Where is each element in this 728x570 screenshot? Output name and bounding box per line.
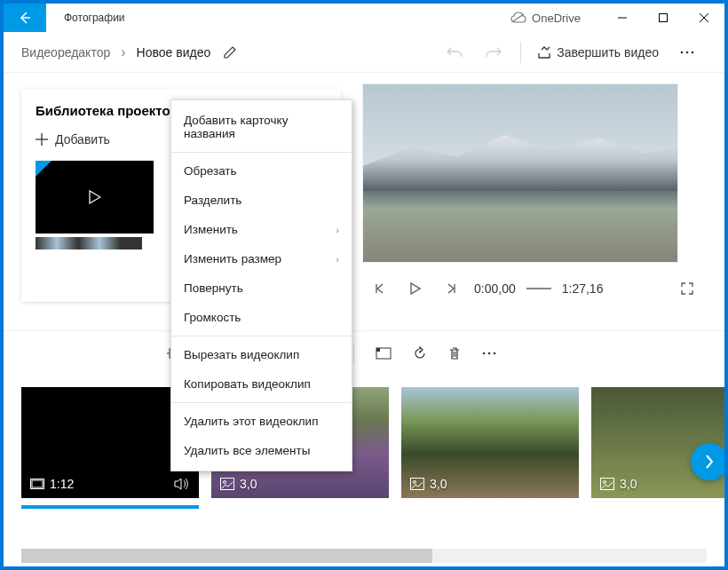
time-current: 0:00,00 xyxy=(469,281,521,296)
context-menu: Добавить карточку названия Обрезать Разд… xyxy=(170,99,352,471)
arrow-left-icon xyxy=(18,11,32,25)
close-icon xyxy=(700,13,708,22)
timeline[interactable]: 1:12 3,0 3,0 xyxy=(4,375,724,549)
svg-point-8 xyxy=(692,51,694,53)
menu-separator xyxy=(171,402,352,403)
clip-duration: 3,0 xyxy=(430,477,447,491)
svg-point-29 xyxy=(414,481,416,484)
play-button[interactable] xyxy=(398,272,433,305)
menu-delete-clip[interactable]: Удалить этот видеоклип xyxy=(171,407,352,436)
aspect-button[interactable] xyxy=(367,342,400,365)
menu-volume[interactable]: Громкость xyxy=(171,303,352,332)
scrollbar-thumb[interactable] xyxy=(21,549,432,563)
back-button[interactable] xyxy=(4,4,46,32)
svg-point-23 xyxy=(494,352,496,354)
preview-controls: 0:00,00 1:27,16 xyxy=(362,263,705,314)
rotate-icon xyxy=(413,346,427,360)
horizontal-scrollbar[interactable] xyxy=(21,549,707,563)
menu-resize[interactable]: Изменить размер› xyxy=(171,244,352,273)
onedrive-status[interactable]: OneDrive xyxy=(510,12,602,25)
export-icon xyxy=(537,45,551,59)
more-icon xyxy=(680,51,694,54)
redo-icon xyxy=(485,45,502,59)
svg-rect-3 xyxy=(660,14,668,22)
close-button[interactable] xyxy=(684,4,724,32)
window-controls xyxy=(602,4,724,32)
content-area: Библиотека проектов Добавить xyxy=(4,73,724,566)
fullscreen-button[interactable] xyxy=(669,272,705,305)
onedrive-label: OneDrive xyxy=(532,12,581,25)
next-frame-icon xyxy=(445,282,457,295)
play-icon xyxy=(410,282,421,295)
image-icon xyxy=(600,478,614,490)
speaker-icon xyxy=(174,477,190,491)
fullscreen-icon xyxy=(680,281,694,296)
time-total: 1:27,16 xyxy=(557,281,609,296)
breadcrumb-current[interactable]: Новое видео xyxy=(137,45,211,59)
chevron-right-icon: › xyxy=(121,44,125,60)
preview-frame[interactable] xyxy=(362,83,678,263)
plus-icon xyxy=(36,133,48,146)
svg-rect-18 xyxy=(376,348,380,352)
clip-info: 1:12 xyxy=(30,477,74,491)
more-icon xyxy=(482,352,496,355)
rotate-button[interactable] xyxy=(404,341,436,366)
clip-volume-button[interactable] xyxy=(174,477,190,491)
preview-section: 0:00,00 1:27,16 xyxy=(352,73,724,330)
menu-add-title-card[interactable]: Добавить карточку названия xyxy=(171,106,352,148)
scroll-right-button[interactable] xyxy=(691,443,724,480)
clip-info: 3,0 xyxy=(410,477,447,491)
menu-copy-clip[interactable]: Копировать видеоклип xyxy=(171,369,352,399)
video-icon xyxy=(30,479,44,489)
finish-label: Завершить видео xyxy=(557,45,659,59)
undo-icon xyxy=(446,45,463,59)
menu-separator xyxy=(171,336,352,336)
menu-trim[interactable]: Обрезать xyxy=(171,156,352,186)
edit-toolbar: Текст Движение xyxy=(4,330,724,375)
edit-title-button[interactable] xyxy=(223,45,237,59)
breadcrumb-root[interactable]: Видеоредактор xyxy=(21,45,110,59)
app-window: Фотографии OneDrive Видеоредактор › Ново… xyxy=(4,4,724,566)
svg-point-21 xyxy=(483,352,486,354)
svg-point-27 xyxy=(224,481,226,484)
svg-point-22 xyxy=(488,352,491,354)
maximize-icon xyxy=(659,13,668,22)
timeline-clip[interactable]: 3,0 xyxy=(401,387,579,498)
more-button[interactable] xyxy=(668,35,707,70)
menu-rotate[interactable]: Повернуть xyxy=(171,273,352,303)
thumbnail-strip xyxy=(36,237,142,249)
trash-icon xyxy=(448,346,461,360)
image-icon xyxy=(220,478,234,490)
clip-duration: 1:12 xyxy=(50,477,74,491)
svg-rect-25 xyxy=(32,480,43,487)
menu-delete-all[interactable]: Удалить все элементы xyxy=(171,436,352,465)
chevron-right-icon: › xyxy=(336,225,339,235)
pencil-icon xyxy=(223,45,237,59)
menu-cut-clip[interactable]: Вырезать видеоклип xyxy=(171,340,352,369)
aspect-icon xyxy=(376,347,392,360)
clip-duration: 3,0 xyxy=(240,477,257,491)
library-thumbnail[interactable] xyxy=(36,161,154,234)
maximize-button[interactable] xyxy=(643,4,684,32)
minimize-button[interactable] xyxy=(602,4,643,32)
finish-video-button[interactable]: Завершить видео xyxy=(528,45,668,59)
titlebar: Фотографии OneDrive xyxy=(4,4,724,32)
clip-info: 3,0 xyxy=(600,477,637,491)
next-frame-button[interactable] xyxy=(433,272,469,305)
chevron-right-icon xyxy=(704,454,715,470)
redo-button[interactable] xyxy=(474,35,513,70)
undo-button[interactable] xyxy=(435,35,474,70)
menu-edit[interactable]: Изменить› xyxy=(171,215,352,244)
delete-button[interactable] xyxy=(439,341,470,366)
separator xyxy=(353,343,354,364)
prev-frame-button[interactable] xyxy=(362,272,398,305)
more-edit-button[interactable] xyxy=(473,346,505,360)
menu-separator xyxy=(171,152,352,153)
separator xyxy=(520,42,521,63)
menu-split[interactable]: Разделить xyxy=(171,186,352,215)
minimize-icon xyxy=(618,13,627,22)
add-label: Добавить xyxy=(55,132,110,146)
svg-point-6 xyxy=(681,51,684,53)
upper-section: Библиотека проектов Добавить xyxy=(4,73,724,330)
chevron-right-icon: › xyxy=(336,254,339,265)
